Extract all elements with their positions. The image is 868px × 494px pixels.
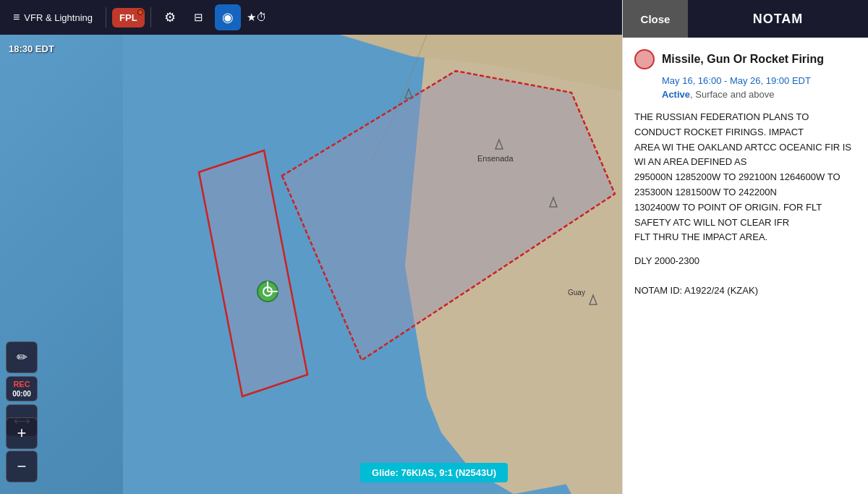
filter-icon: ⊟ bbox=[194, 11, 203, 24]
notam-panel-header: Close NOTAM bbox=[623, 0, 868, 38]
settings-icon: ⚙ bbox=[164, 9, 176, 25]
notam-type-icon bbox=[634, 49, 655, 69]
glide-info: Glide: 76KIAS, 9:1 (N2543U) bbox=[360, 463, 508, 482]
star-clock-button[interactable]: ★⏱ bbox=[244, 4, 270, 30]
globe-icon: ◉ bbox=[222, 9, 234, 25]
fpl-button[interactable]: FPL bbox=[112, 8, 145, 27]
notam-dly: DLY 2000-2300 bbox=[634, 255, 856, 266]
globe-button[interactable]: ◉ bbox=[215, 4, 241, 30]
rec-time: 00:00 bbox=[12, 390, 31, 398]
notam-altitude: Surface and above bbox=[695, 89, 774, 100]
svg-text:Ensenada: Ensenada bbox=[477, 154, 514, 163]
time-display: 18:30 EDT bbox=[9, 43, 54, 54]
draw-button[interactable]: ✏ bbox=[6, 341, 38, 373]
svg-text:Guay: Guay bbox=[568, 289, 585, 297]
star-clock-icon: ★⏱ bbox=[247, 11, 267, 24]
notam-active-text: Active bbox=[662, 89, 690, 100]
notam-panel: Close NOTAM Missile, Gun Or Rocket Firin… bbox=[622, 0, 868, 494]
zoom-controls: + − bbox=[6, 417, 38, 482]
notam-panel-body: Missile, Gun Or Rocket Firing May 16, 16… bbox=[623, 38, 868, 494]
zoom-out-button[interactable]: − bbox=[6, 451, 38, 482]
zoom-out-icon: − bbox=[17, 457, 27, 476]
notam-description: THE RUSSIAN FEDERATION PLANS TO CONDUCT … bbox=[634, 110, 856, 245]
rec-label: REC bbox=[13, 380, 30, 388]
zoom-in-icon: + bbox=[17, 424, 27, 443]
zoom-in-button[interactable]: + bbox=[6, 417, 38, 449]
settings-button[interactable]: ⚙ bbox=[157, 4, 183, 30]
fpl-notification-dot bbox=[137, 9, 143, 15]
fpl-label: FPL bbox=[119, 12, 137, 23]
notam-type-row: Missile, Gun Or Rocket Firing bbox=[634, 49, 856, 69]
separator-1 bbox=[106, 7, 106, 27]
filter-button[interactable]: ⊟ bbox=[186, 4, 212, 30]
notam-dates: May 16, 16:00 - May 26, 19:00 EDT bbox=[662, 75, 856, 86]
draw-icon: ✏ bbox=[17, 349, 27, 365]
notam-panel-title: NOTAM bbox=[688, 12, 868, 27]
notam-status: Active, Surface and above bbox=[662, 89, 856, 100]
notam-close-button[interactable]: Close bbox=[623, 0, 688, 38]
layers-label: VFR & Lightning bbox=[24, 12, 93, 23]
notam-id: NOTAM ID: A1922/24 (KZAK) bbox=[634, 285, 856, 296]
layers-icon: ≡ bbox=[13, 11, 20, 24]
record-button[interactable]: REC 00:00 bbox=[6, 376, 38, 401]
notam-type-label: Missile, Gun Or Rocket Firing bbox=[662, 53, 824, 66]
layers-button[interactable]: ≡ VFR & Lightning bbox=[6, 7, 100, 28]
separator-2 bbox=[150, 7, 151, 27]
